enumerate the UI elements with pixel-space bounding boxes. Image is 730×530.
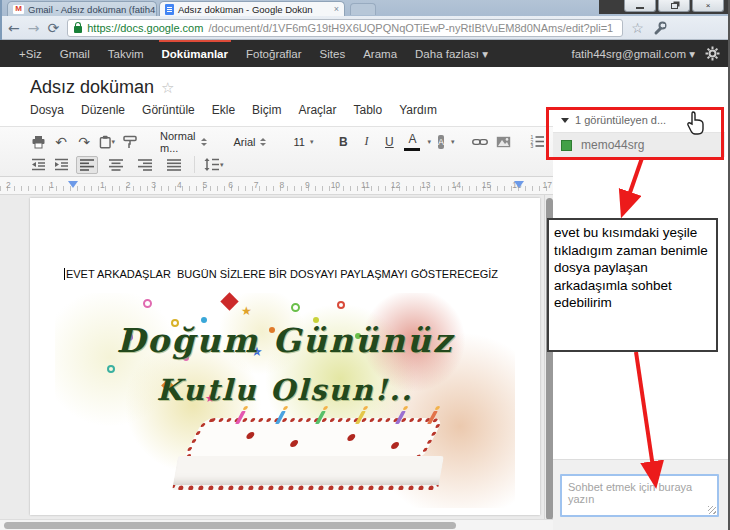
menu-1[interactable]: Düzenle — [81, 103, 125, 117]
insert-link-icon[interactable] — [472, 133, 488, 151]
ruler[interactable]: 21 1234567891011121314151617 — [0, 177, 553, 195]
google-bar-link-2[interactable]: Takvim — [99, 40, 153, 67]
chat-input-wrap — [560, 474, 719, 517]
cherry — [346, 434, 357, 441]
align-left-button[interactable] — [76, 156, 98, 174]
close-button[interactable]: × — [692, 0, 724, 12]
font-dropdown[interactable]: Arial — [229, 132, 271, 151]
google-bar-link-7[interactable]: Daha fazlası ▾ — [406, 40, 497, 67]
menu-5[interactable]: Araçlar — [298, 103, 336, 117]
cake-front — [172, 456, 444, 490]
reload-icon[interactable]: ⟳ — [47, 21, 59, 35]
outdent-icon[interactable] — [30, 156, 46, 174]
indent-icon[interactable] — [53, 156, 69, 174]
back-icon[interactable]: ← — [8, 21, 20, 35]
menu-4[interactable]: Biçim — [252, 103, 281, 117]
google-bar: +SizGmailTakvimDokümanlarFotoğraflarSite… — [0, 40, 730, 67]
google-bar-link-1[interactable]: Gmail — [51, 40, 99, 67]
styles-value: Normal m... — [160, 130, 196, 154]
gmail-icon: M — [13, 5, 24, 14]
horizontal-scrollbar[interactable] — [0, 519, 553, 530]
font-size-dropdown[interactable]: 11▾ — [289, 132, 317, 151]
align-center-button[interactable] — [105, 156, 127, 174]
new-tab-button[interactable] — [350, 3, 376, 15]
ruler-num-right-16: 17 — [543, 180, 552, 190]
ruler-num-right-4: 5 — [203, 180, 208, 190]
line-spacing-icon[interactable]: ▾ — [204, 156, 224, 174]
forward-icon[interactable]: → — [28, 21, 40, 35]
ruler-num-right-10: 11 — [361, 180, 370, 190]
google-bar-link-3[interactable]: Dokümanlar — [153, 40, 237, 67]
insert-image-icon[interactable] — [495, 133, 511, 151]
redo-icon[interactable]: ↷ — [76, 133, 92, 151]
confetti-ring — [143, 299, 152, 308]
google-bar-links: +SizGmailTakvimDokümanlarFotoğraflarSite… — [10, 40, 497, 67]
menu-6[interactable]: Tablo — [353, 103, 382, 117]
account-email[interactable]: fatih44srg@gmail.com ▾ — [571, 47, 695, 61]
menu-2[interactable]: Görüntüle — [142, 103, 195, 117]
spinner-icon — [260, 135, 267, 149]
justify-button[interactable] — [163, 156, 185, 174]
google-bar-link-0[interactable]: +Siz — [10, 40, 51, 67]
font-value: Arial — [233, 136, 255, 148]
chevron-down-icon: ▾ — [111, 138, 115, 146]
toolbar-row-2: ▾ — [30, 153, 553, 176]
https-padlock-icon — [74, 26, 82, 33]
tab-close-icon[interactable]: × — [334, 5, 339, 14]
tab-gmail[interactable]: M Gmail - Adsız doküman (fatih4 × — [7, 1, 157, 16]
document-page[interactable]: EVET ARKADAŞLAR BUGÜN SİZLERE BİR DOSYAY… — [30, 198, 540, 515]
minimize-icon — [636, 7, 644, 9]
document-title[interactable]: Adsız doküman — [30, 77, 154, 98]
left-margin-marker[interactable] — [68, 181, 78, 193]
confetti-ring — [291, 303, 300, 312]
favorite-star-icon[interactable]: ☆ — [161, 79, 174, 97]
ruler-numbers-right: 1234567891011121314151617 — [100, 180, 552, 190]
menu-3[interactable]: Ekle — [212, 103, 235, 117]
styles-dropdown[interactable]: Normal m... — [156, 132, 211, 151]
align-right-button[interactable] — [134, 156, 156, 174]
menu-7[interactable]: Yardım — [399, 103, 437, 117]
bold-button[interactable]: B — [335, 133, 351, 151]
paint-format-icon[interactable] — [122, 133, 138, 151]
font-size-value: 11 — [293, 136, 304, 148]
window-edge — [0, 0, 2, 40]
underline-button[interactable]: U — [381, 133, 397, 151]
tab-gmail-label: Gmail - Adsız doküman (fatih4 — [28, 4, 155, 15]
bookmark-star-icon[interactable]: ☆ — [631, 20, 644, 36]
print-icon[interactable] — [30, 133, 46, 151]
minimize-button[interactable] — [624, 0, 656, 12]
ruler-num-left-1: 1 — [49, 180, 54, 190]
ruler-num-right-14: 15 — [482, 180, 491, 190]
cherry — [390, 442, 401, 449]
web-clipboard-icon[interactable]: ▾ — [99, 133, 115, 151]
google-bar-link-5[interactable]: Sites — [311, 40, 355, 67]
browser-window: M Gmail - Adsız doküman (fatih4 × Adsız … — [0, 0, 730, 530]
wrench-icon[interactable] — [652, 20, 668, 36]
google-bar-link-4[interactable]: Fotoğraflar — [237, 40, 311, 67]
menu-bar: DosyaDüzenleGörüntüleEkleBiçimAraçlarTab… — [30, 103, 454, 117]
restore-button[interactable] — [658, 0, 690, 12]
text-color-button[interactable]: A — [404, 133, 420, 151]
resize-handle-icon[interactable] — [708, 506, 716, 514]
undo-icon[interactable]: ↶ — [53, 133, 69, 151]
confetti-ring — [107, 365, 115, 373]
birthday-image[interactable]: ★★★ Doğum Gününüz Kutlu Olsun!.. — [55, 293, 515, 508]
chat-input[interactable] — [560, 474, 719, 517]
cherry — [245, 432, 256, 439]
chevron-down-icon: ▾ — [310, 138, 314, 146]
horizontal-scrollbar-thumb[interactable] — [4, 522, 456, 529]
cherry — [289, 440, 300, 447]
italic-button[interactable]: I — [358, 133, 374, 151]
text-cursor — [64, 268, 65, 280]
google-bar-link-6[interactable]: Arama — [354, 40, 406, 67]
menu-0[interactable]: Dosya — [30, 103, 64, 117]
svg-text:3: 3 — [530, 143, 533, 148]
right-margin-marker[interactable] — [514, 181, 524, 193]
gear-icon[interactable] — [705, 46, 720, 61]
highlight-color-button[interactable]: A — [438, 135, 444, 149]
address-bar[interactable]: https://docs.google.com/document/d/1VF6m… — [67, 19, 623, 37]
confetti-ring — [337, 301, 345, 309]
chevron-down-icon: ▾ — [451, 138, 455, 146]
numbered-list-icon[interactable]: 123 — [529, 133, 545, 151]
tab-docs-active[interactable]: Adsız doküman - Google Dokün × — [159, 1, 345, 16]
